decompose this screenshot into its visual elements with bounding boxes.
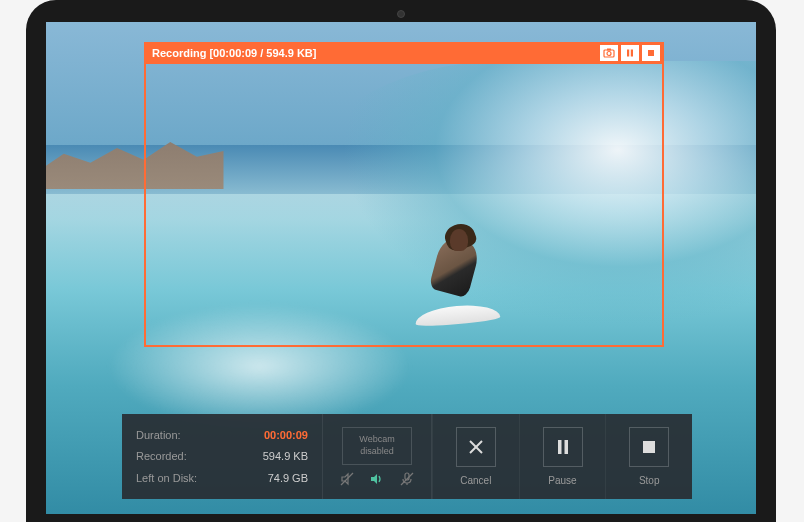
pause-label: Pause <box>548 475 576 486</box>
stop-icon-box <box>629 427 669 467</box>
capture-header-bar[interactable]: Recording [00:00:09 / 594.9 KB] <box>144 42 664 64</box>
webcam-line1: Webcam <box>359 434 394 446</box>
webcam-line2: disabled <box>360 446 394 458</box>
recorded-value: 594.9 KB <box>263 450 308 462</box>
cancel-icon-box <box>456 427 496 467</box>
webcam-dot <box>397 10 405 18</box>
pause-icon <box>555 438 571 456</box>
svg-rect-14 <box>643 441 655 453</box>
capture-header-controls <box>600 45 660 61</box>
cancel-button[interactable]: Cancel <box>432 414 519 499</box>
control-panel: Duration: 00:00:09 Recorded: 594.9 KB Le… <box>122 414 692 499</box>
svg-rect-2 <box>607 49 611 51</box>
webcam-status-box[interactable]: Webcam disabled <box>342 427 412 465</box>
stat-row-duration: Duration: 00:00:09 <box>136 429 308 441</box>
close-icon <box>467 438 485 456</box>
svg-rect-12 <box>558 440 562 454</box>
duration-label: Duration: <box>136 429 181 441</box>
stats-section: Duration: 00:00:09 Recorded: 594.9 KB Le… <box>122 414 322 499</box>
stop-button-small[interactable] <box>642 45 660 61</box>
disk-value: 74.9 GB <box>268 472 308 484</box>
svg-rect-3 <box>627 50 629 57</box>
duration-value: 00:00:09 <box>264 429 308 441</box>
webcam-section: Webcam disabled <box>322 414 432 499</box>
recorded-label: Recorded: <box>136 450 187 462</box>
system-audio-toggle[interactable] <box>339 471 355 487</box>
pause-button-small[interactable] <box>621 45 639 61</box>
audio-icons-row <box>339 471 415 487</box>
pause-icon-box <box>543 427 583 467</box>
stat-row-recorded: Recorded: 594.9 KB <box>136 450 308 462</box>
stop-icon <box>641 439 657 455</box>
svg-rect-5 <box>648 50 654 56</box>
svg-rect-4 <box>631 50 633 57</box>
cancel-label: Cancel <box>460 475 491 486</box>
laptop-frame: Recording [00:00:09 / 594.9 KB] D <box>26 0 776 522</box>
desktop-screen: Recording [00:00:09 / 594.9 KB] D <box>46 22 756 514</box>
stop-button[interactable]: Stop <box>605 414 692 499</box>
capture-region-frame[interactable]: Recording [00:00:09 / 594.9 KB] <box>144 62 664 347</box>
screenshot-button[interactable] <box>600 45 618 61</box>
stat-row-disk: Left on Disk: 74.9 GB <box>136 472 308 484</box>
recording-status-text: Recording [00:00:09 / 594.9 KB] <box>152 47 316 59</box>
svg-point-1 <box>607 52 611 56</box>
stop-label: Stop <box>639 475 660 486</box>
svg-rect-13 <box>564 440 568 454</box>
action-buttons-section: Cancel Pause Stop <box>432 414 692 499</box>
disk-label: Left on Disk: <box>136 472 197 484</box>
pause-button[interactable]: Pause <box>519 414 606 499</box>
speaker-toggle[interactable] <box>369 471 385 487</box>
microphone-toggle[interactable] <box>399 471 415 487</box>
